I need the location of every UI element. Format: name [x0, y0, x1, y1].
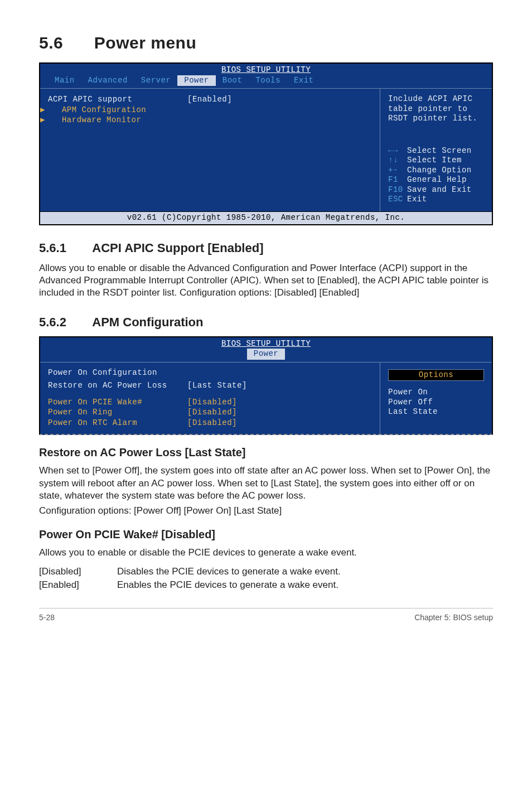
nav-text: Change Option: [407, 166, 472, 175]
nav-line: ↑↓Select Item: [388, 156, 484, 166]
nav-key: ↑↓: [388, 156, 407, 166]
bios-row-value: [Enabled]: [187, 95, 265, 105]
submenu-pointer-icon: ▶: [40, 105, 45, 115]
pcie-body: Allows you to enable or disable the PCIE…: [39, 547, 493, 559]
table-row: [Disabled]Disables the PCIE devices to g…: [39, 565, 341, 579]
bios-row-label: Restore on AC Power Loss: [48, 381, 187, 391]
option-desc: Enables the PCIE devices to generate a w…: [117, 578, 341, 592]
bios-screen-power-menu: BIOS SETUP UTILITY MainAdvancedServerPow…: [39, 62, 493, 225]
bios-row-label: Power On Ring: [48, 408, 187, 418]
option-item: Power On: [388, 388, 484, 398]
panel-subtitle: Power On Configuration: [48, 368, 372, 378]
submenu-pointer-icon: ▶: [40, 115, 45, 125]
bios-main-panel: ACPI APIC support[Enabled]▶APM Configura…: [40, 89, 380, 211]
subsection-561-heading: 5.6.1 ACPI APIC Support [Enabled]: [39, 241, 493, 255]
section-number: 5.6: [39, 33, 89, 52]
table-row: [Enabled]Enables the PCIE devices to gen…: [39, 578, 341, 592]
bios-screen-apm-config: BIOS SETUP UTILITY Power Power On Config…: [39, 336, 493, 436]
restore-body: When set to [Power Off], the system goes…: [39, 465, 493, 502]
nav-text: Save and Exit: [407, 185, 472, 194]
bios-row[interactable]: ACPI APIC support[Enabled]: [48, 95, 372, 105]
help-line: Include ACPI APIC: [388, 94, 484, 104]
bios-nav-help: ←→Select Screen↑↓Select Item+-Change Opt…: [388, 146, 484, 205]
section-title: Power menu: [94, 33, 196, 52]
tab-boot[interactable]: Boot: [216, 75, 249, 86]
option-item: Last State: [388, 407, 484, 417]
bios-row-value: [Last State]: [187, 381, 265, 391]
tab-tools[interactable]: Tools: [249, 75, 287, 86]
nav-line: ←→Select Screen: [388, 146, 484, 156]
nav-text: Select Screen: [407, 146, 472, 155]
options-banner: Options: [388, 369, 484, 381]
bios-row[interactable]: Power On PCIE Wake#[Disabled]: [48, 398, 372, 408]
nav-key: +-: [388, 166, 407, 176]
subsection-562-heading: 5.6.2 APM Configuration: [39, 315, 493, 330]
chapter-label: Chapter 5: BIOS setup: [414, 613, 493, 622]
subsection-number: 5.6.1: [39, 241, 89, 255]
bios-row[interactable]: Power On RTC Alarm[Disabled]: [48, 418, 372, 428]
bios-help-text: Include ACPI APICtable pointer toRSDT po…: [388, 94, 484, 124]
bios-row-label: Hardware Monitor: [53, 115, 192, 125]
bios-row[interactable]: Restore on AC Power Loss[Last State]: [48, 381, 372, 391]
bios-row[interactable]: ▶APM Configuration: [48, 105, 372, 115]
bios-row[interactable]: Power On Ring[Disabled]: [48, 408, 372, 418]
bios-help-panel: Options Power OnPower OffLast State: [380, 363, 492, 434]
nav-line: ESCExit: [388, 195, 484, 205]
bios-row-value: [Disabled]: [187, 408, 265, 418]
tab-exit[interactable]: Exit: [287, 75, 321, 86]
tab-server[interactable]: Server: [134, 75, 177, 86]
tab-main[interactable]: Main: [48, 75, 81, 86]
nav-text: Select Item: [407, 156, 462, 165]
nav-line: +-Change Option: [388, 166, 484, 176]
nav-key: F1: [388, 175, 407, 185]
page-number: 5-28: [39, 613, 55, 622]
options-list: Power OnPower OffLast State: [388, 388, 484, 417]
bios-row-value: [Disabled]: [187, 398, 265, 408]
bios-main-panel: Power On Configuration Restore on AC Pow…: [40, 363, 380, 434]
nav-line: F10Save and Exit: [388, 185, 484, 195]
bios-row[interactable]: ▶Hardware Monitor: [48, 115, 372, 125]
section-heading: 5.6 Power menu: [39, 33, 493, 52]
bios-menubar: Power: [40, 349, 492, 362]
nav-key: F10: [388, 185, 407, 195]
nav-line: F1General Help: [388, 175, 484, 185]
bios-row-value: [192, 115, 270, 125]
subsection-title: APM Configuration: [92, 315, 203, 329]
bios-row-label: APM Configuration: [53, 105, 192, 115]
page-footer: 5-28 Chapter 5: BIOS setup: [39, 608, 493, 622]
bios-row-value: [Disabled]: [187, 418, 265, 428]
nav-key: ESC: [388, 195, 407, 205]
bios-footer: v02.61 (C)Copyright 1985-2010, American …: [40, 211, 492, 224]
bios-help-panel: Include ACPI APICtable pointer toRSDT po…: [380, 89, 492, 211]
restore-config-options: Configuration options: [Power Off] [Powe…: [39, 505, 493, 517]
tab-advanced[interactable]: Advanced: [81, 75, 134, 86]
subsection-title: ACPI APIC Support [Enabled]: [92, 241, 263, 255]
tab-power[interactable]: Power: [247, 349, 286, 360]
bios-row-value: [192, 105, 270, 115]
subsection-number: 5.6.2: [39, 315, 89, 330]
option-item: Power Off: [388, 398, 484, 408]
option-desc: Disables the PCIE devices to generate a …: [117, 565, 341, 579]
tab-power[interactable]: Power: [177, 75, 216, 86]
bios-title: BIOS SETUP UTILITY: [40, 337, 492, 349]
nav-text: General Help: [407, 175, 467, 184]
nav-key: ←→: [388, 146, 407, 156]
subsection-561-body: Allows you to enable or disable the Adva…: [39, 262, 493, 299]
option-key: [Disabled]: [39, 565, 117, 579]
restore-heading: Restore on AC Power Loss [Last State]: [39, 446, 493, 459]
pcie-options-table: [Disabled]Disables the PCIE devices to g…: [39, 565, 341, 593]
help-line: table pointer to: [388, 104, 484, 114]
bios-row-label: Power On PCIE Wake#: [48, 398, 187, 408]
nav-text: Exit: [407, 195, 427, 204]
bios-title: BIOS SETUP UTILITY: [40, 64, 492, 75]
bios-row-label: Power On RTC Alarm: [48, 418, 187, 428]
help-line: RSDT pointer list.: [388, 114, 484, 124]
bios-row-label: ACPI APIC support: [48, 95, 187, 105]
option-key: [Enabled]: [39, 578, 117, 592]
bios-menubar: MainAdvancedServerPowerBootToolsExit: [40, 75, 492, 89]
pcie-heading: Power On PCIE Wake# [Disabled]: [39, 528, 493, 541]
